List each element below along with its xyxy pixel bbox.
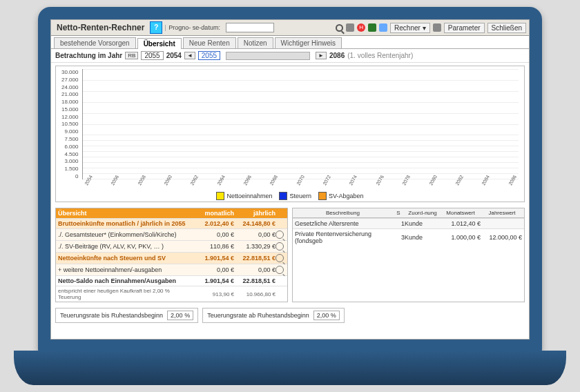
legend-steuer: Steuern [279, 192, 311, 200]
app-title: Netto-Renten-Rechner [54, 21, 147, 34]
year-label: Betrachtung im Jahr [55, 52, 122, 59]
year-selected[interactable]: 2055 [198, 51, 220, 60]
tab-notizen[interactable]: Notizen [238, 37, 273, 48]
source-row[interactable]: Gesetzliche Altersrente1Kunde1.012,40 € [293, 218, 524, 228]
sources-table: BeschreibungSZuord-nungMonatswertJahresw… [292, 208, 525, 302]
prognose-date-input[interactable] [226, 23, 274, 32]
rate-post: Teuerungsrate ab Ruhestandsbeginn2,00 % [202, 308, 345, 323]
detail-icon[interactable] [276, 254, 284, 262]
year-next-button[interactable]: ► [316, 52, 327, 59]
help-badge-icon[interactable]: H [357, 23, 365, 32]
year-slider[interactable] [226, 52, 310, 60]
year-left: 2054 [166, 52, 182, 59]
close-button[interactable]: Schließen [487, 23, 526, 33]
laptop-base [14, 351, 566, 385]
parameter-icon [433, 23, 441, 32]
chart-legend: Nettoeinnahmen Steuern SV-Abgaben [61, 190, 519, 200]
tab-vorsorgen[interactable]: bestehende Vorsorgen [54, 37, 136, 48]
zoom-icon[interactable] [346, 23, 354, 32]
summary-table: Übersichtmonatlichjährlich Bruttoeinkünf… [55, 208, 288, 302]
parameter-button[interactable]: Parameter [444, 23, 485, 33]
year-note: (1. volles Rentenjahr) [347, 52, 413, 59]
tabbar: bestehende Vorsorgen Übersicht Neue Rent… [51, 36, 529, 49]
detail-icon[interactable] [276, 242, 284, 251]
tab-uebersicht[interactable]: Übersicht [137, 38, 182, 49]
year-selector: Betrachtung im Jahr RB 2055 2054 ◄ 2055 … [51, 49, 529, 63]
prognose-label: Progno- se-datum: [165, 25, 223, 31]
chart-panel: 30.00027.00024.00021.00018.00015.00012.0… [55, 66, 525, 202]
row-sv: ./. SV-Beiträge (RV, ALV, KV, PKV, … )11… [56, 240, 287, 252]
row-steuer: ./. Gesamtsteuer* (Einkommen/Soli/Kirche… [56, 228, 287, 240]
year-rb-value: 2055 [141, 51, 163, 60]
rechner-button[interactable]: Rechner ▾ [390, 23, 430, 33]
rate-pre: Teuerungsrate bis Ruhestandsbeginn2,00 % [55, 308, 198, 323]
row-weitere: + weitere Nettoeinnahmen/-ausgaben0,00 €… [56, 264, 287, 275]
detail-icon[interactable] [276, 231, 284, 239]
detail-icon[interactable] [276, 266, 284, 274]
legend-netto: Nettoeinnahmen [216, 192, 272, 200]
print-icon[interactable] [379, 23, 387, 32]
app-window: Netto-Renten-Rechner ? Progno- se-datum:… [50, 19, 530, 340]
rate-pre-input[interactable]: 2,00 % [167, 311, 193, 320]
ok-icon[interactable] [368, 23, 376, 32]
search-icon[interactable] [336, 24, 343, 32]
laptop-frame: Netto-Renten-Rechner ? Progno- se-datum:… [38, 7, 542, 352]
row-netto: Nettoeinkünfte nach Steuern und SV1.901,… [56, 252, 287, 264]
legend-sv: SV-Abgaben [318, 192, 364, 200]
row-kaufkraft: entspricht einer heutigen Kaufkraft bei … [56, 286, 287, 302]
year-right: 2086 [329, 52, 345, 59]
tab-hinweis[interactable]: Wichtiger Hinweis [275, 37, 342, 48]
help-icon[interactable]: ? [150, 21, 162, 34]
rb-button[interactable]: RB [125, 52, 138, 59]
chart-yaxis: 30.00027.00024.00021.00018.00015.00012.0… [61, 69, 79, 179]
toolbar: Netto-Renten-Rechner ? Progno- se-datum:… [51, 20, 529, 36]
chart-bars: 2054205620582060206220642066206820702072… [82, 69, 519, 179]
year-prev-button[interactable]: ◄ [184, 52, 195, 59]
rate-post-input[interactable]: 2,00 % [313, 311, 340, 320]
rates-bar: Teuerungsrate bis Ruhestandsbeginn2,00 %… [51, 305, 529, 327]
row-brutto: Bruttoeinkünfte monatlich / jährlich in … [56, 218, 287, 228]
source-row[interactable]: Private Rentenversicherung (fondsgeb3Kun… [293, 228, 524, 246]
tab-neue-renten[interactable]: Neue Renten [183, 37, 236, 48]
row-saldo: Netto-Saldo nach Einnahmen/Ausgaben1.901… [56, 275, 287, 286]
